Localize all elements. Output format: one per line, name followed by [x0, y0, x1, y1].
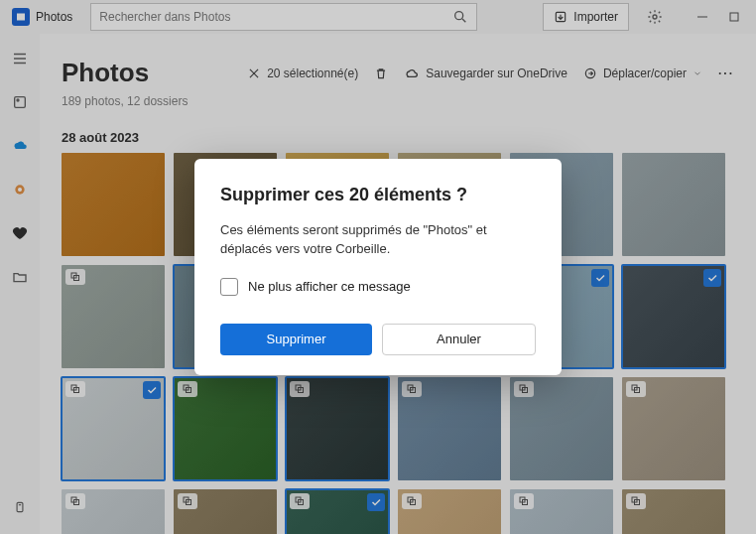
modal-overlay[interactable]: Supprimer ces 20 éléments ? Ces éléments… — [0, 0, 756, 534]
cancel-button[interactable]: Annuler — [382, 324, 536, 355]
confirm-button[interactable]: Supprimer — [220, 324, 372, 355]
dont-show-checkbox[interactable] — [220, 278, 238, 296]
dialog-body: Ces éléments seront supprimés de "Photos… — [220, 221, 536, 257]
dont-show-row[interactable]: Ne plus afficher ce message — [220, 278, 536, 296]
dont-show-label: Ne plus afficher ce message — [248, 279, 411, 294]
dialog-title: Supprimer ces 20 éléments ? — [220, 185, 536, 205]
delete-dialog: Supprimer ces 20 éléments ? Ces éléments… — [194, 159, 562, 374]
